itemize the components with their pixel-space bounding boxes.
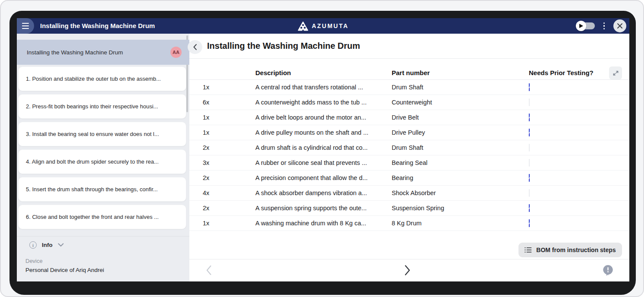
row-qty: 2x — [203, 144, 255, 151]
row-checkbox[interactable] — [529, 83, 530, 91]
row-qty: 1x — [203, 220, 255, 227]
kebab-menu-icon[interactable] — [602, 21, 607, 32]
hamburger-icon — [22, 23, 29, 29]
row-checkbox[interactable] — [529, 174, 530, 182]
row-checkbox[interactable] — [529, 204, 530, 212]
table-row: 1x A drive belt loops around the motor a… — [189, 110, 629, 125]
row-part-number: Drive Pulley — [392, 129, 529, 136]
bom-from-steps-button[interactable]: BOM from instruction steps — [518, 243, 622, 257]
play-icon — [576, 21, 586, 31]
row-part-number: Shock Absorber — [392, 190, 529, 196]
row-qty: 6x — [203, 99, 255, 106]
close-icon — [617, 23, 623, 29]
alert-bubble-button[interactable] — [602, 265, 614, 278]
table-row: 1x A central rod that transfers rotation… — [189, 80, 629, 95]
bom-button-label: BOM from instruction steps — [536, 246, 616, 253]
back-button[interactable] — [188, 40, 202, 54]
row-qty: 2x — [203, 205, 255, 212]
topbar-title: Installing the Washing Machine Drum — [40, 18, 155, 34]
row-part-number: Bearing — [392, 174, 529, 181]
device-frame: Installing the Washing Machine Drum AZUM… — [0, 0, 644, 297]
row-part-number: Suspension Spring — [392, 205, 529, 212]
row-checkbox[interactable] — [529, 159, 530, 167]
sidebar-item-overview[interactable]: Installing the Washing Machine Drum AA — [17, 40, 189, 65]
table-header: Description Part number Needs Prior Test… — [189, 66, 629, 80]
sidebar-step-item[interactable]: 3. Install the bearing seal to ensure wa… — [18, 122, 186, 146]
step-label: 4. Align and bolt the drum spider secure… — [26, 158, 159, 165]
row-qty: 1x — [203, 129, 255, 136]
sidebar-step-item[interactable]: 2. Press-fit both bearings into their re… — [18, 94, 186, 119]
row-part-number: Drive Belt — [392, 114, 529, 121]
row-part-number: Drum Shaft — [392, 144, 529, 151]
chevron-left-icon — [193, 44, 197, 51]
table-row: 2x A drum shaft is a cylindrical rod tha… — [189, 140, 629, 155]
row-description: A drive belt loops around the motor an..… — [255, 114, 392, 121]
step-label: 3. Install the bearing seal to ensure wa… — [26, 131, 159, 137]
table-row: 4x A shock absorber dampens vibration a.… — [189, 186, 629, 201]
info-label: Info — [42, 242, 53, 248]
chevron-right-icon — [404, 265, 411, 276]
sidebar-step-item[interactable]: 1. Position and stabilize the outer tub … — [18, 66, 186, 91]
row-checkbox[interactable] — [529, 189, 530, 197]
row-description: A drum shaft is a cylindrical rod that c… — [255, 144, 392, 151]
row-qty: 1x — [203, 114, 255, 121]
row-checkbox[interactable] — [529, 114, 530, 121]
step-label: 1. Position and stabilize the outer tub … — [26, 76, 161, 82]
brand-name: AZUMUTA — [312, 22, 349, 29]
info-icon: i — [29, 241, 37, 249]
step-label: 6. Close and bolt together the front and… — [26, 214, 159, 220]
app-topbar: Installing the Washing Machine Drum AZUM… — [17, 18, 629, 34]
row-description: A precision component that allow the d..… — [255, 174, 392, 181]
row-checkbox[interactable] — [529, 219, 530, 227]
tablet-bezel: Installing the Washing Machine Drum AZUM… — [9, 11, 636, 295]
next-step-button[interactable] — [404, 265, 411, 277]
page-title: Installing the Washing Machine Drum — [207, 41, 360, 51]
main-content: Installing the Washing Machine Drum Desc… — [189, 34, 629, 281]
row-part-number: 8 Kg Drum — [392, 220, 529, 227]
divider — [189, 58, 629, 59]
sidebar-step-item[interactable]: 4. Align and bolt the drum spider secure… — [18, 149, 186, 174]
part-number-column-header: Part number — [392, 69, 529, 76]
hamburger-button[interactable] — [17, 18, 34, 34]
expand-icon — [613, 70, 619, 76]
table-row: 2x A precision component that allow the … — [189, 171, 629, 186]
row-qty: 2x — [203, 174, 255, 181]
table-row: 1x A washing machine drum with 8 Kg ca..… — [189, 216, 629, 231]
topbar-controls — [578, 18, 627, 34]
alert-bubble-icon — [602, 265, 614, 276]
row-qty: 4x — [203, 190, 255, 196]
previous-step-button[interactable] — [206, 265, 212, 277]
sidebar-item-label: Installing the Washing Machine Drum — [27, 49, 170, 56]
bom-table-body: 1x A central rod that transfers rotation… — [189, 80, 629, 231]
step-label: 2. Press-fit both bearings into their re… — [26, 103, 158, 110]
row-description: A central rod that transfers rotational … — [255, 84, 392, 91]
sidebar-step-item[interactable]: 5. Insert the drum shaft through the bea… — [18, 177, 186, 202]
row-checkbox[interactable] — [529, 129, 530, 136]
row-description: A counterweight adds mass to the tub ... — [255, 99, 392, 106]
row-checkbox[interactable] — [529, 144, 530, 152]
table-row: 3x A rubber or silicone seal that preven… — [189, 155, 629, 171]
row-qty: 1x — [203, 84, 255, 91]
row-checkbox[interactable] — [529, 98, 530, 106]
chevron-down-icon — [58, 243, 64, 247]
play-toggle[interactable] — [578, 22, 595, 29]
footer-nav — [189, 259, 629, 281]
row-qty: 3x — [203, 159, 255, 166]
chevron-left-icon — [206, 265, 212, 275]
device-value: Personal Device of Ariq Andrei — [25, 267, 104, 273]
expand-table-button[interactable] — [609, 66, 622, 79]
info-section: i Info Device Personal Device of Ariq An… — [17, 236, 189, 281]
table-row: 6x A counterweight adds mass to the tub … — [189, 95, 629, 110]
row-description: A drive pulley mounts on the shaft and .… — [255, 129, 392, 136]
row-part-number: Counterweight — [392, 99, 529, 106]
description-column-header: Description — [255, 69, 392, 76]
row-description: A rubber or silicone seal that prevents … — [255, 159, 392, 166]
info-toggle[interactable]: i Info — [29, 241, 64, 249]
sidebar-step-item[interactable]: 6. Close and bolt together the front and… — [18, 205, 186, 229]
close-button[interactable] — [613, 19, 626, 32]
avatar: AA — [170, 47, 182, 58]
list-icon — [525, 247, 532, 253]
table-row: 2x A suspension spring supports the oute… — [189, 201, 629, 216]
row-part-number: Drum Shaft — [392, 84, 529, 91]
row-description: A suspension spring supports the oute... — [255, 205, 392, 212]
